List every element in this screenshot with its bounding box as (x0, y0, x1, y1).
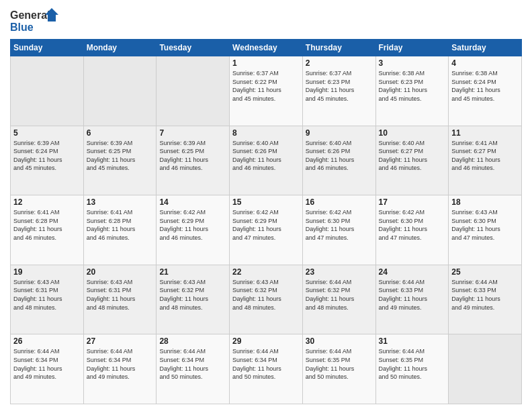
day-number: 4 (451, 58, 519, 68)
logo: GeneralBlue (10, 7, 64, 34)
day-number: 10 (379, 128, 446, 138)
calendar-cell: 30Sunrise: 6:44 AM Sunset: 6:35 PM Dayli… (302, 334, 375, 404)
calendar-cell: 5Sunrise: 6:39 AM Sunset: 6:24 PM Daylig… (11, 126, 84, 195)
header-wednesday: Wednesday (230, 40, 303, 56)
calendar-cell: 31Sunrise: 6:44 AM Sunset: 6:35 PM Dayli… (375, 334, 449, 404)
calendar-cell: 9Sunrise: 6:40 AM Sunset: 6:26 PM Daylig… (302, 126, 375, 195)
header-thursday: Thursday (302, 40, 375, 56)
header-friday: Friday (375, 40, 449, 56)
day-number: 27 (87, 336, 154, 346)
day-info: Sunrise: 6:42 AM Sunset: 6:30 PM Dayligh… (379, 208, 446, 242)
day-info: Sunrise: 6:43 AM Sunset: 6:30 PM Dayligh… (451, 208, 519, 242)
calendar-cell: 3Sunrise: 6:38 AM Sunset: 6:23 PM Daylig… (375, 56, 449, 126)
svg-text:Blue: Blue (10, 21, 34, 33)
calendar-cell: 19Sunrise: 6:43 AM Sunset: 6:31 PM Dayli… (11, 265, 84, 334)
day-number: 3 (379, 58, 446, 68)
day-number: 2 (306, 58, 373, 68)
calendar-cell: 6Sunrise: 6:39 AM Sunset: 6:25 PM Daylig… (83, 126, 157, 195)
calendar-cell: 14Sunrise: 6:42 AM Sunset: 6:29 PM Dayli… (157, 195, 230, 265)
day-info: Sunrise: 6:42 AM Sunset: 6:29 PM Dayligh… (232, 208, 300, 242)
svg-text:General: General (10, 9, 50, 21)
logo-svg: GeneralBlue (10, 7, 64, 34)
day-info: Sunrise: 6:41 AM Sunset: 6:28 PM Dayligh… (13, 208, 81, 242)
day-number: 1 (232, 58, 300, 68)
day-info: Sunrise: 6:42 AM Sunset: 6:29 PM Dayligh… (159, 208, 226, 242)
day-number: 23 (306, 267, 373, 277)
header-sunday: Sunday (11, 40, 84, 56)
day-number: 20 (87, 267, 154, 277)
header-monday: Monday (83, 40, 157, 56)
calendar-cell: 27Sunrise: 6:44 AM Sunset: 6:34 PM Dayli… (83, 334, 157, 404)
day-info: Sunrise: 6:40 AM Sunset: 6:26 PM Dayligh… (306, 139, 373, 173)
calendar-cell: 4Sunrise: 6:38 AM Sunset: 6:24 PM Daylig… (449, 56, 522, 126)
calendar-cell: 15Sunrise: 6:42 AM Sunset: 6:29 PM Dayli… (230, 195, 303, 265)
day-number: 12 (13, 197, 81, 207)
day-info: Sunrise: 6:37 AM Sunset: 6:22 PM Dayligh… (232, 69, 300, 103)
day-number: 13 (87, 197, 154, 207)
day-info: Sunrise: 6:44 AM Sunset: 6:32 PM Dayligh… (306, 278, 373, 312)
day-info: Sunrise: 6:39 AM Sunset: 6:24 PM Dayligh… (13, 139, 81, 173)
day-info: Sunrise: 6:44 AM Sunset: 6:34 PM Dayligh… (87, 347, 154, 381)
calendar-cell: 26Sunrise: 6:44 AM Sunset: 6:34 PM Dayli… (11, 334, 84, 404)
calendar-cell: 23Sunrise: 6:44 AM Sunset: 6:32 PM Dayli… (302, 265, 375, 334)
day-info: Sunrise: 6:43 AM Sunset: 6:31 PM Dayligh… (13, 278, 81, 312)
calendar-cell: 12Sunrise: 6:41 AM Sunset: 6:28 PM Dayli… (11, 195, 84, 265)
calendar-cell: 22Sunrise: 6:43 AM Sunset: 6:32 PM Dayli… (230, 265, 303, 334)
day-number: 28 (159, 336, 226, 346)
day-info: Sunrise: 6:40 AM Sunset: 6:26 PM Dayligh… (232, 139, 300, 173)
day-info: Sunrise: 6:44 AM Sunset: 6:35 PM Dayligh… (379, 347, 446, 381)
week-row-3: 12Sunrise: 6:41 AM Sunset: 6:28 PM Dayli… (11, 195, 522, 265)
calendar-cell (157, 56, 230, 126)
day-info: Sunrise: 6:44 AM Sunset: 6:34 PM Dayligh… (232, 347, 300, 381)
calendar-table: SundayMondayTuesdayWednesdayThursdayFrid… (10, 39, 522, 404)
calendar-cell: 17Sunrise: 6:42 AM Sunset: 6:30 PM Dayli… (375, 195, 449, 265)
calendar-cell: 24Sunrise: 6:44 AM Sunset: 6:33 PM Dayli… (375, 265, 449, 334)
day-info: Sunrise: 6:41 AM Sunset: 6:27 PM Dayligh… (451, 139, 519, 173)
day-info: Sunrise: 6:44 AM Sunset: 6:33 PM Dayligh… (451, 278, 519, 312)
calendar-cell: 2Sunrise: 6:37 AM Sunset: 6:23 PM Daylig… (302, 56, 375, 126)
day-info: Sunrise: 6:44 AM Sunset: 6:33 PM Dayligh… (379, 278, 446, 312)
calendar-cell (11, 56, 84, 126)
day-number: 14 (159, 197, 226, 207)
calendar-cell: 21Sunrise: 6:43 AM Sunset: 6:32 PM Dayli… (157, 265, 230, 334)
day-info: Sunrise: 6:43 AM Sunset: 6:31 PM Dayligh… (87, 278, 154, 312)
day-info: Sunrise: 6:38 AM Sunset: 6:24 PM Dayligh… (451, 69, 519, 103)
day-number: 11 (451, 128, 519, 138)
day-info: Sunrise: 6:41 AM Sunset: 6:28 PM Dayligh… (87, 208, 154, 242)
week-row-4: 19Sunrise: 6:43 AM Sunset: 6:31 PM Dayli… (11, 265, 522, 334)
day-number: 9 (306, 128, 373, 138)
day-info: Sunrise: 6:39 AM Sunset: 6:25 PM Dayligh… (87, 139, 154, 173)
day-number: 17 (379, 197, 446, 207)
calendar-cell (449, 334, 522, 404)
day-number: 16 (306, 197, 373, 207)
calendar-cell: 7Sunrise: 6:39 AM Sunset: 6:25 PM Daylig… (157, 126, 230, 195)
day-number: 26 (13, 336, 81, 346)
day-number: 5 (13, 128, 81, 138)
calendar-cell: 10Sunrise: 6:40 AM Sunset: 6:27 PM Dayli… (375, 126, 449, 195)
header-saturday: Saturday (449, 40, 522, 56)
calendar-cell: 16Sunrise: 6:42 AM Sunset: 6:30 PM Dayli… (302, 195, 375, 265)
day-info: Sunrise: 6:38 AM Sunset: 6:23 PM Dayligh… (379, 69, 446, 103)
calendar-cell: 25Sunrise: 6:44 AM Sunset: 6:33 PM Dayli… (449, 265, 522, 334)
calendar-cell: 13Sunrise: 6:41 AM Sunset: 6:28 PM Dayli… (83, 195, 157, 265)
day-number: 24 (379, 267, 446, 277)
day-info: Sunrise: 6:43 AM Sunset: 6:32 PM Dayligh… (159, 278, 226, 312)
day-number: 22 (232, 267, 300, 277)
calendar-cell: 20Sunrise: 6:43 AM Sunset: 6:31 PM Dayli… (83, 265, 157, 334)
calendar-cell: 29Sunrise: 6:44 AM Sunset: 6:34 PM Dayli… (230, 334, 303, 404)
week-row-5: 26Sunrise: 6:44 AM Sunset: 6:34 PM Dayli… (11, 334, 522, 404)
day-number: 7 (159, 128, 226, 138)
day-number: 25 (451, 267, 519, 277)
day-number: 6 (87, 128, 154, 138)
day-number: 21 (159, 267, 226, 277)
day-info: Sunrise: 6:43 AM Sunset: 6:32 PM Dayligh… (232, 278, 300, 312)
day-number: 30 (306, 336, 373, 346)
page: GeneralBlue SundayMondayTuesdayWednesday… (0, 0, 532, 411)
day-info: Sunrise: 6:44 AM Sunset: 6:34 PM Dayligh… (13, 347, 81, 381)
calendar-header-row: SundayMondayTuesdayWednesdayThursdayFrid… (11, 40, 522, 56)
day-number: 29 (232, 336, 300, 346)
calendar-cell (83, 56, 157, 126)
calendar-cell: 28Sunrise: 6:44 AM Sunset: 6:34 PM Dayli… (157, 334, 230, 404)
day-info: Sunrise: 6:44 AM Sunset: 6:35 PM Dayligh… (306, 347, 373, 381)
day-info: Sunrise: 6:42 AM Sunset: 6:30 PM Dayligh… (306, 208, 373, 242)
